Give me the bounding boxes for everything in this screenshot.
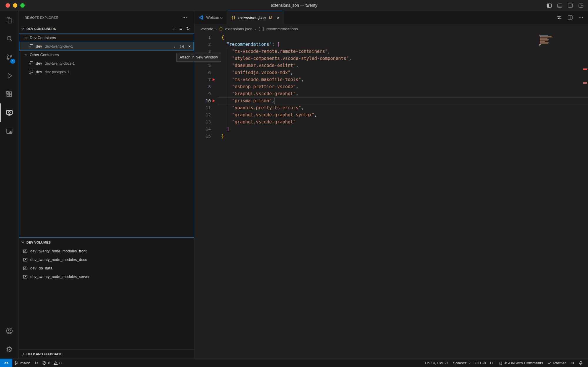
red-marker-icon [213, 78, 215, 81]
gutter-line[interactable]: 14 [194, 125, 218, 133]
tree-group-other-containers[interactable]: Other Containers [19, 51, 194, 59]
gutter-line[interactable]: 5 [194, 62, 218, 69]
toggle-secondary-sidebar-icon[interactable] [567, 3, 573, 9]
code-line[interactable]: "GraphQL.vscode-graphql", [221, 90, 588, 97]
volume-icon [23, 249, 28, 254]
gutter-line[interactable]: 6 [194, 69, 218, 76]
gutter-line[interactable]: 2 [194, 41, 218, 48]
volume-item[interactable]: dev_twenty_node_modules_front [19, 247, 194, 255]
volume-item[interactable]: dev_twenty_node_modules_docs [19, 255, 194, 264]
settings-gear-icon[interactable]: ⚙ [0, 340, 19, 358]
minimap[interactable] [538, 34, 555, 46]
code-line[interactable]: "unifiedjs.vscode-mdx", [221, 69, 588, 76]
toggle-primary-sidebar-icon[interactable] [546, 3, 552, 9]
split-editor-icon[interactable] [567, 15, 573, 20]
code-line[interactable]: "esbenp.prettier-vscode", [221, 83, 588, 90]
gutter-line[interactable]: 15 [194, 133, 218, 140]
eol-item[interactable]: LF [488, 359, 497, 367]
code-line[interactable]: "graphql.vscode-graphql" [221, 118, 588, 125]
code-line[interactable]: "ms-vscode.makefile-tools", [221, 76, 588, 83]
gutter-line[interactable]: 10 [194, 97, 218, 104]
attach-new-window-icon[interactable] [180, 44, 184, 49]
code-line[interactable]: { [221, 34, 588, 41]
code-line[interactable]: } [221, 133, 588, 140]
help-feedback-section-header[interactable]: HELP AND FEEDBACK [19, 349, 194, 358]
problems-item[interactable]: 0 0 [40, 359, 64, 367]
vscode-window: extensions.json — twenty [0, 0, 588, 367]
git-modified-badge: M [269, 16, 272, 20]
code-editor[interactable]: 123456789101112131415 { "recommendations… [194, 34, 588, 358]
git-branch-item[interactable]: main* [12, 359, 33, 367]
code-line[interactable]: "prisma.prisma", [221, 97, 588, 104]
breadcrumb-folder[interactable]: .vscode [200, 27, 213, 31]
dev-volumes-section-header[interactable]: DEV VOLUMES [19, 238, 194, 247]
stop-container-icon[interactable]: × [188, 44, 191, 48]
editor-group: Welcome {} extensions.json M × ⋯ [194, 11, 588, 358]
dev-containers-icon[interactable] [0, 122, 19, 140]
gutter-line[interactable]: 13 [194, 118, 218, 125]
activity-bar: 1 ⚙ [0, 11, 19, 358]
vscode-logo-icon [198, 15, 203, 20]
code-line[interactable]: "recommendations": [ [221, 41, 588, 48]
volume-item[interactable]: dev_twenty_node_modules_server [19, 272, 194, 281]
red-marker-icon [213, 99, 215, 102]
sidebar-title: REMOTE EXPLORER [25, 16, 59, 19]
chevron-right-icon: › [216, 27, 217, 31]
container-icon [29, 44, 34, 49]
errors-icon [42, 361, 46, 365]
run-debug-icon[interactable] [0, 66, 19, 85]
gutter-line[interactable]: 7 [194, 76, 218, 83]
formatter-item[interactable]: Prettier [545, 359, 568, 367]
code-line[interactable]: "graphql.vscode-graphql-syntax", [221, 111, 588, 118]
sync-changes-item[interactable]: ↻ [33, 359, 40, 367]
remote-indicator[interactable]: >< [0, 359, 12, 367]
encoding-item[interactable]: UTF-8 [472, 359, 488, 367]
open-changes-icon[interactable] [557, 15, 562, 20]
language-mode-item[interactable]: {} JSON with Comments [497, 359, 545, 367]
gutter-line[interactable]: 9 [194, 90, 218, 97]
tree-item-dev-twenty-dev-1[interactable]: dev dev-twenty-dev-1 → × [19, 42, 194, 51]
gutter-line[interactable]: 1 [194, 34, 218, 41]
gutter-line[interactable]: 8 [194, 83, 218, 90]
volume-icon [23, 257, 28, 262]
new-dev-container-icon[interactable]: + [173, 26, 175, 31]
code-line[interactable]: "ms-vscode-remote.remote-containers", [221, 48, 588, 55]
explorer-icon[interactable] [0, 11, 19, 29]
search-icon[interactable] [0, 29, 19, 48]
code-line[interactable]: "yoavbls.pretty-ts-errors", [221, 104, 588, 111]
code-line[interactable]: ] [221, 125, 588, 133]
notifications-item[interactable] [577, 359, 585, 367]
show-details-icon[interactable]: ≡ [179, 26, 182, 31]
broadcast-item[interactable] [568, 359, 577, 367]
gutter-line[interactable]: 11 [194, 104, 218, 111]
volume-item[interactable]: dev_db_data [19, 264, 194, 272]
tab-welcome[interactable]: Welcome [194, 11, 227, 24]
breadcrumb-symbol[interactable]: recommendations [266, 27, 298, 31]
tab-extensions-json[interactable]: {} extensions.json M × [227, 11, 284, 24]
code-line[interactable]: "styled-components.vscode-styled-compone… [221, 55, 588, 62]
dev-containers-section-header[interactable]: DEV CONTAINERS + ≡ ↻ [19, 24, 194, 33]
chevron-down-icon [21, 240, 24, 243]
toggle-panel-icon[interactable] [557, 3, 563, 9]
breadcrumb-file[interactable]: extensions.json [225, 27, 253, 31]
extensions-icon[interactable] [0, 85, 19, 103]
accounts-icon[interactable] [0, 321, 19, 340]
customize-layout-icon[interactable] [578, 3, 584, 9]
attach-to-container-icon[interactable]: → [171, 44, 176, 48]
close-tab-icon[interactable]: × [277, 15, 280, 20]
chevron-down-icon [25, 36, 28, 39]
chevron-down-icon [21, 27, 24, 30]
gutter-line[interactable]: 12 [194, 111, 218, 118]
code-line[interactable]: "dbaeumer.vscode-eslint", [221, 62, 588, 69]
source-control-icon[interactable]: 1 [0, 48, 19, 66]
tree-group-dev-containers[interactable]: Dev Containers [19, 33, 194, 42]
refresh-icon[interactable]: ↻ [186, 26, 190, 31]
indentation-item[interactable]: Spaces: 2 [451, 359, 472, 367]
tree-item-dev-postgres-1[interactable]: dev dev-postgres-1 [19, 68, 194, 76]
more-actions-icon[interactable]: ⋯ [182, 15, 187, 20]
more-actions-icon[interactable]: ⋯ [578, 15, 583, 20]
tree-item-dev-twenty-docs-1[interactable]: dev dev-twenty-docs-1 [19, 59, 194, 68]
remote-explorer-icon[interactable] [0, 103, 19, 122]
cursor-position-item[interactable]: Ln 10, Col 21 [423, 359, 451, 367]
braces-icon: {} [499, 361, 502, 365]
